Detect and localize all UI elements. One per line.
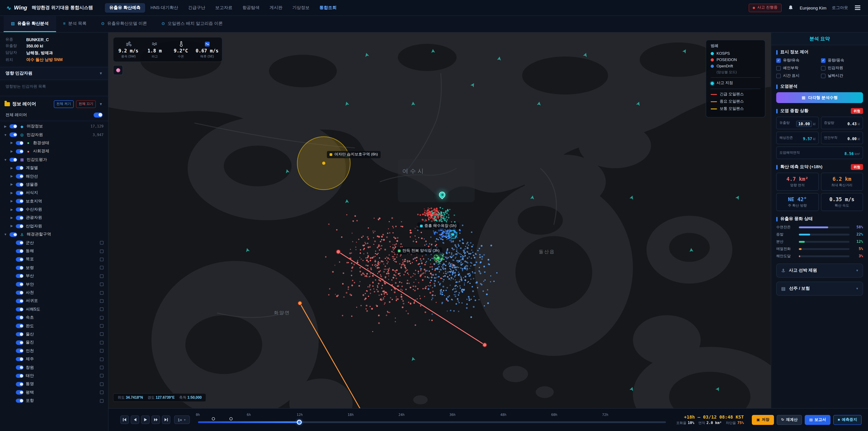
- fast-forward-button[interactable]: [151, 415, 160, 424]
- layer-row-군산[interactable]: 군산: [0, 239, 108, 247]
- layer-row-울산[interactable]: 울산: [0, 330, 108, 339]
- layer-toggle[interactable]: [16, 149, 24, 153]
- nav-item-유출유 확산예측[interactable]: 유출유 확산예측: [105, 3, 145, 12]
- menu-icon[interactable]: [854, 4, 862, 11]
- layer-toggle[interactable]: [16, 249, 24, 253]
- region-extent-icon[interactable]: [100, 274, 103, 278]
- all-layers-off-button[interactable]: 전체 끄기: [76, 100, 96, 108]
- layer-toggle[interactable]: [9, 124, 17, 129]
- region-extent-icon[interactable]: [100, 349, 103, 352]
- layer-row-부산[interactable]: 부산: [0, 272, 108, 280]
- region-extent-icon[interactable]: [100, 299, 103, 303]
- layer-row-사천[interactable]: 사천: [0, 288, 108, 297]
- layer-toggle[interactable]: [16, 257, 24, 261]
- layer-toggle[interactable]: [16, 216, 24, 220]
- layer-row-목포[interactable]: 목포: [0, 255, 108, 264]
- nav-item-긴급구난[interactable]: 긴급구난: [184, 3, 210, 12]
- marker-toggle-button[interactable]: [113, 65, 123, 75]
- layer-row-계절별[interactable]: ▶계절별: [0, 164, 108, 172]
- layer-toggle[interactable]: [9, 133, 17, 137]
- layer-row-서식지[interactable]: ▶서식지: [0, 189, 108, 197]
- layer-row-인천[interactable]: 인천: [0, 347, 108, 355]
- region-extent-icon[interactable]: [100, 249, 103, 253]
- layer-row-울진[interactable]: 울진: [0, 338, 108, 347]
- region-extent-icon[interactable]: [100, 291, 103, 295]
- layer-row-포항[interactable]: 포항: [0, 397, 108, 405]
- layer-row-제주[interactable]: 제주: [0, 355, 108, 363]
- region-extent-icon[interactable]: [100, 366, 103, 369]
- layer-row-어장정보[interactable]: ▶◆어장정보17,129: [0, 122, 108, 131]
- region-extent-icon[interactable]: [100, 316, 103, 319]
- layer-row-태안[interactable]: 태안: [0, 372, 108, 380]
- layer-row-부안[interactable]: 부안: [0, 280, 108, 288]
- layer-row-민감도평가[interactable]: ▼▦민감도평가: [0, 155, 108, 164]
- checkbox-날짜시간[interactable]: 날짜시간: [821, 73, 863, 79]
- master-layer-toggle[interactable]: [94, 112, 103, 117]
- vessel-spec-section[interactable]: ⚓ 사고 선박 제원 ▾: [776, 264, 863, 278]
- layer-row-환경생태[interactable]: ▶●환경생태: [0, 139, 108, 147]
- layer-row-수산자원[interactable]: ▶수산자원: [0, 206, 108, 214]
- region-extent-icon[interactable]: [100, 391, 103, 394]
- layer-toggle[interactable]: [16, 174, 24, 179]
- region-extent-icon[interactable]: [100, 382, 103, 386]
- tab-오일펜스 배치 알고리즘 이론[interactable]: ⊙오일펜스 배치 알고리즘 이론: [154, 16, 230, 32]
- layer-toggle[interactable]: [16, 324, 24, 328]
- timeline-handle[interactable]: [297, 420, 302, 425]
- region-extent-icon[interactable]: [100, 357, 103, 361]
- layer-toggle[interactable]: [16, 332, 24, 336]
- region-extent-icon[interactable]: [100, 266, 103, 270]
- layer-toggle[interactable]: [16, 208, 24, 212]
- layer-toggle[interactable]: [16, 199, 24, 204]
- timeline-slider[interactable]: [198, 421, 666, 423]
- report-button[interactable]: ▤보고서: [805, 415, 831, 425]
- refresh-button[interactable]: ↻재계산: [777, 415, 802, 425]
- layer-row-민감자원[interactable]: ▼◎민감자원3,947: [0, 131, 108, 139]
- all-layers-on-button[interactable]: 전체 켜기: [54, 100, 74, 108]
- region-extent-icon[interactable]: [100, 258, 103, 261]
- layers-filter-icon[interactable]: ▼: [98, 102, 103, 106]
- skip-end-button[interactable]: [162, 415, 170, 424]
- layer-toggle[interactable]: [16, 374, 24, 378]
- layer-row-동해[interactable]: 동해: [0, 247, 108, 255]
- polygon-analysis-button[interactable]: ▦다각형 분석수행: [776, 92, 863, 103]
- region-extent-icon[interactable]: [100, 333, 103, 336]
- layer-row-산업자원[interactable]: ▶산업자원: [0, 222, 108, 230]
- layer-row-사회경제[interactable]: ▶●사회경제: [0, 147, 108, 155]
- layer-toggle[interactable]: [16, 307, 24, 311]
- left-sidebar[interactable]: 유종BUNKER_C유출량350.00 kl담당자남해청, 방제과위치여수 돌산…: [0, 33, 108, 431]
- layer-row-보호지역[interactable]: ▶보호지역: [0, 197, 108, 206]
- skip-start-button[interactable]: [120, 415, 129, 424]
- layer-toggle[interactable]: [16, 182, 24, 187]
- layer-toggle[interactable]: [16, 382, 24, 386]
- layer-toggle[interactable]: [16, 366, 24, 370]
- layer-row-서해5도[interactable]: 서해5도: [0, 305, 108, 313]
- fence-deploy-marker[interactable]: [229, 417, 232, 420]
- layer-toggle[interactable]: [16, 399, 24, 403]
- impact-resources-header[interactable]: 영향 민감자원 ▼: [0, 67, 108, 80]
- layer-row-해경관할구역[interactable]: ▼⚓해경관할구역: [0, 230, 108, 239]
- checkbox-예인부착[interactable]: 예인부착: [776, 65, 818, 71]
- nav-item-HNS·대기확산[interactable]: HNS·대기확산: [146, 3, 183, 12]
- logout-button[interactable]: 로그아웃: [832, 5, 848, 11]
- nav-item-통합조회[interactable]: 통합조회: [315, 3, 341, 12]
- layer-toggle[interactable]: [9, 232, 17, 237]
- region-extent-icon[interactable]: [100, 282, 103, 286]
- tab-분석 목록[interactable]: ≡분석 목록: [56, 16, 94, 32]
- layer-toggle[interactable]: [16, 191, 24, 195]
- layer-row-해안선[interactable]: ▶해안선: [0, 172, 108, 181]
- layer-toggle[interactable]: [16, 241, 24, 245]
- region-extent-icon[interactable]: [100, 399, 103, 402]
- tab-유출유확산모델 이론[interactable]: ⊙유출유확산모델 이론: [94, 16, 154, 32]
- region-extent-icon[interactable]: [100, 241, 103, 245]
- nav-item-게시판[interactable]: 게시판: [265, 3, 287, 12]
- region-extent-icon[interactable]: [100, 374, 103, 378]
- layer-toggle[interactable]: [16, 282, 24, 286]
- layer-toggle[interactable]: [16, 390, 24, 395]
- layer-toggle[interactable]: [16, 299, 24, 303]
- nav-item-기상정보[interactable]: 기상정보: [288, 3, 314, 12]
- timeline-track[interactable]: 0h6h12h18h24h36h48h60h72h: [198, 412, 666, 427]
- panel-title-tab[interactable]: 분석 요약: [771, 33, 868, 45]
- checkbox-민감자원[interactable]: 민감자원: [821, 65, 863, 71]
- layer-toggle[interactable]: [16, 349, 24, 353]
- layer-toggle[interactable]: [16, 340, 24, 345]
